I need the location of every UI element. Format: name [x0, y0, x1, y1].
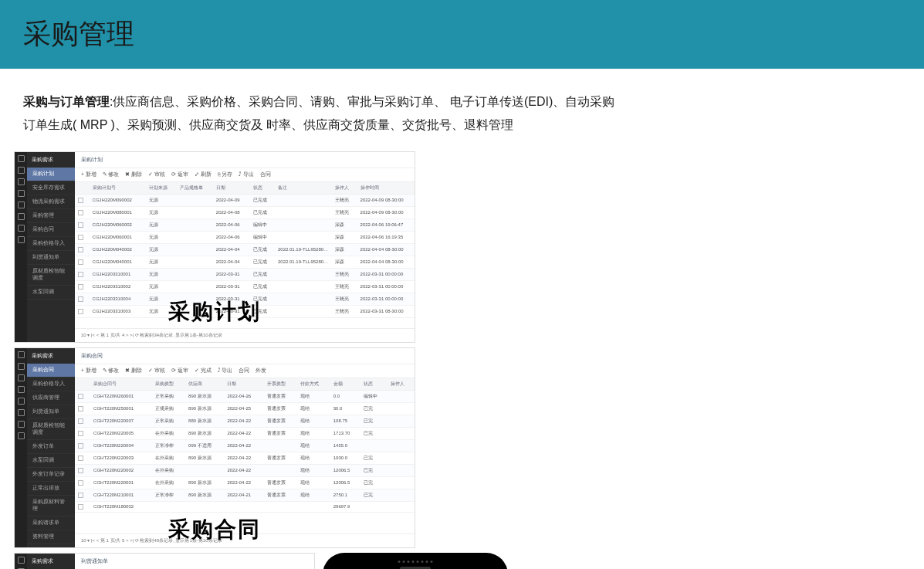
rail-icon[interactable]	[18, 386, 25, 393]
toolbar-button[interactable]: ✖ 删除	[125, 171, 142, 178]
table-row[interactable]: CGHT220M220007正常采购880 新水源2022-04-22普通发票现…	[75, 415, 415, 427]
sidebar-item[interactable]: 采购价格导入	[27, 237, 75, 251]
sidebar-item[interactable]: 供应商管理	[27, 391, 75, 405]
row-checkbox[interactable]	[78, 198, 83, 203]
column-header[interactable]: 采购合同号	[90, 378, 152, 391]
sidebar-item[interactable]: 原材质检智能调度	[27, 419, 75, 440]
row-checkbox[interactable]	[78, 247, 83, 252]
column-header[interactable]: 产品规格单	[177, 182, 213, 195]
rail-icon[interactable]	[18, 167, 25, 174]
rail-icon[interactable]	[18, 432, 25, 439]
rail-icon[interactable]	[18, 155, 25, 162]
rail-icon[interactable]	[18, 421, 25, 428]
rail-icon[interactable]	[18, 557, 25, 564]
sidebar-item[interactable]: 采购请求单	[27, 517, 75, 530]
row-checkbox[interactable]	[78, 210, 83, 215]
column-header[interactable]: 备注	[275, 182, 332, 195]
rail-icon[interactable]	[18, 363, 25, 370]
sidebar-item[interactable]: 采购合同	[27, 223, 75, 237]
table-row[interactable]: CGJH220M060001无源2022-04-06编辑中深森2022-04-0…	[75, 231, 415, 243]
row-checkbox[interactable]	[78, 309, 83, 314]
rail-icon[interactable]	[18, 398, 25, 405]
toolbar-button[interactable]: ⟳ 返审	[171, 367, 188, 374]
toolbar-button[interactable]: 合同	[260, 171, 271, 178]
table-row[interactable]: CGHT220M220002在外采购2022-04-22现结12006.5已完	[75, 464, 415, 476]
row-checkbox[interactable]	[78, 456, 83, 461]
column-header[interactable]: 操作时间	[357, 182, 415, 195]
table-row[interactable]: CGJH2203310004无源2022-03-31已完成王晓亮2022-03-…	[75, 293, 415, 305]
column-header[interactable]: 状态	[360, 378, 388, 391]
sidebar-item[interactable]: 采购合同	[27, 364, 75, 378]
row-checkbox[interactable]	[78, 235, 83, 240]
column-header[interactable]	[75, 378, 90, 391]
table-row[interactable]: CGJH220M090002无源2022-04-09已完成王晓亮2022-04-…	[75, 194, 415, 206]
pager[interactable]: 10 ▾ |< < 第 1 页/共 4 > >| ⟳ 检索到34条记录, 显示第…	[75, 328, 415, 342]
row-checkbox[interactable]	[78, 406, 83, 412]
rail-icon[interactable]	[18, 190, 25, 197]
row-checkbox[interactable]	[78, 222, 83, 228]
toolbar-button[interactable]: ⤴ 导出	[239, 171, 254, 178]
sidebar-item[interactable]: 到货通知单	[27, 251, 75, 265]
row-checkbox[interactable]	[78, 394, 83, 399]
column-header[interactable]: 日期	[224, 378, 264, 391]
table-row[interactable]: CGJH220M040002无源2022-04-04已完成2022.01.19-…	[75, 243, 415, 256]
toolbar-button[interactable]: ✎ 修改	[103, 171, 120, 178]
row-checkbox[interactable]	[78, 431, 83, 436]
column-header[interactable]: 金额	[330, 378, 361, 391]
sidebar-item[interactable]: 资料管理	[27, 530, 75, 544]
sidebar-item[interactable]: 采购管理	[27, 209, 75, 223]
column-header[interactable]: 计划来源	[146, 182, 177, 195]
table-row[interactable]: CGJH220M060002无源2022-04-06编辑中深森2022-04-0…	[75, 218, 415, 231]
table-row[interactable]: CGHT220M220005在外采购890 新水源2022-04-22普通发票现…	[75, 427, 415, 439]
toolbar-button[interactable]: + 新增	[81, 171, 96, 178]
table-row[interactable]: CGHT220M260001正常采购890 新水源2022-04-26普通发票现…	[75, 390, 415, 402]
rail-icon[interactable]	[18, 409, 25, 416]
table-row[interactable]: CGJH2203310003无源2022-03-31已完成王晓亮2022-03-…	[75, 305, 415, 317]
sidebar-item[interactable]: 安全库存需求	[27, 181, 75, 195]
rail-icon[interactable]	[18, 178, 25, 185]
row-checkbox[interactable]	[78, 468, 83, 473]
column-header[interactable]: 日期	[213, 182, 250, 195]
column-header[interactable]: 操作人	[332, 182, 357, 195]
rail-icon[interactable]	[18, 225, 25, 232]
row-checkbox[interactable]	[78, 284, 83, 290]
rail-icon[interactable]	[18, 213, 25, 220]
pager[interactable]: 10 ▾ |< < 第 1 页/共 5 > >| ⟳ 检索到49条记录, 显示第…	[75, 533, 415, 547]
column-header[interactable]	[75, 182, 90, 195]
toolbar-button[interactable]: 合同	[239, 367, 249, 374]
table-row[interactable]: CGJH2203310002无源2022-03-31已完成王晓亮2022-03-…	[75, 280, 415, 293]
rail-icon[interactable]	[18, 351, 25, 358]
sidebar-item[interactable]: 原材质检智能调度	[27, 265, 75, 286]
row-checkbox[interactable]	[78, 272, 83, 277]
sidebar-item[interactable]: 物流采购需求	[27, 195, 75, 209]
sidebar-item[interactable]: 外发订单	[27, 440, 75, 454]
sidebar-item[interactable]: 到货通知单	[27, 405, 75, 419]
column-header[interactable]: 付款方式	[297, 378, 330, 391]
toolbar-button[interactable]: ✓ 完成	[195, 367, 212, 374]
toolbar-button[interactable]: ⤢ 刷新	[195, 171, 212, 178]
toolbar-button[interactable]: ⤴ 导出	[218, 367, 233, 374]
rail-icon[interactable]	[18, 374, 25, 381]
column-header[interactable]: 供应商	[185, 378, 224, 391]
toolbar-button[interactable]: ⟳ 返审	[171, 171, 188, 178]
table-row[interactable]: CGJH220M040001无源2022-04-04已完成2022.01.19-…	[75, 256, 415, 268]
sidebar-item[interactable]: 采购价格导入	[27, 378, 75, 391]
toolbar-button[interactable]: 外发	[256, 367, 266, 374]
toolbar-button[interactable]: ✎ 修改	[103, 367, 120, 374]
toolbar-button[interactable]: ✖ 删除	[125, 367, 142, 374]
sidebar-item[interactable]: 水泵回调	[27, 454, 75, 468]
table-row[interactable]: CGHT220M220003在外采购890 新水源2022-04-22普通发票现…	[75, 452, 415, 464]
row-checkbox[interactable]	[78, 418, 83, 424]
toolbar-button[interactable]: + 新增	[81, 367, 96, 374]
column-header[interactable]: 开票类型	[264, 378, 297, 391]
sidebar-item[interactable]: 采购原材料管理	[27, 496, 75, 517]
row-checkbox[interactable]	[78, 296, 83, 302]
table-row[interactable]: CGHT220M220001在外采购890 新水源2022-04-22普通发票现…	[75, 476, 415, 489]
sidebar-item[interactable]: 采购计划	[27, 168, 75, 181]
row-checkbox[interactable]	[78, 259, 83, 265]
sidebar-item[interactable]: 水泵回调	[27, 286, 75, 300]
column-header[interactable]: 状态	[250, 182, 275, 195]
table-row[interactable]: CGHT220M220004正常净榨099 不适用2022-04-22现结145…	[75, 439, 415, 452]
row-checkbox[interactable]	[78, 443, 83, 449]
column-header[interactable]: 采购类型	[152, 378, 185, 391]
